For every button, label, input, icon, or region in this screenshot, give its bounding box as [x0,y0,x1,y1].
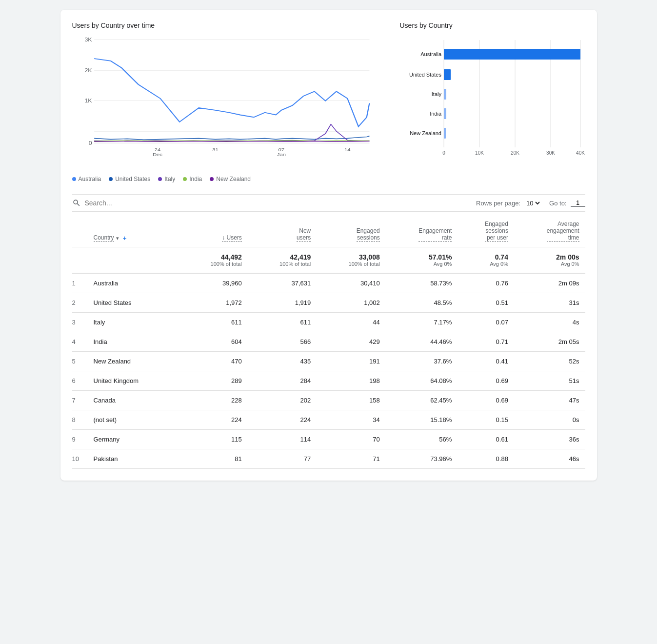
row-new-users: 566 [248,332,317,352]
svg-text:07: 07 [278,147,284,152]
totals-new-users: 42,419 100% of total [248,247,317,274]
table-row: 9 Germany 115 114 70 56% 0.61 36s [72,430,585,449]
legend-label-australia: Australia [79,176,101,182]
row-engaged-per-user: 0.88 [458,449,514,469]
totals-engaged-per-user: 0.74 Avg 0% [458,247,514,274]
search-icon [72,199,81,207]
totals-users-sub: 100% of total [184,261,241,267]
svg-rect-30 [444,49,580,60]
row-engagement-rate: 48.5% [386,293,458,313]
search-input[interactable] [85,199,469,207]
line-chart-section: Users by Country over time 3K 2K 1K 0 [72,21,380,182]
row-new-users: 435 [248,352,317,371]
row-new-users: 114 [248,430,317,449]
row-new-users: 1,919 [248,293,317,313]
row-engagement-rate: 73.96% [386,449,458,469]
svg-text:Jan: Jan [277,152,285,157]
row-engaged-per-user: 0.69 [458,371,514,391]
row-country: Canada [88,391,179,410]
row-users: 289 [179,371,247,391]
totals-engagement-rate-main: 57.01% [429,253,452,261]
svg-text:Dec: Dec [152,152,162,157]
row-engaged-sessions: 34 [317,410,385,430]
svg-text:Australia: Australia [420,51,442,57]
row-engaged-per-user: 0.15 [458,410,514,430]
svg-rect-31 [444,69,451,80]
svg-rect-34 [444,128,446,139]
country-col-label: Country [94,234,114,242]
row-avg-engagement: 46s [514,449,585,469]
goto-input[interactable] [571,199,585,207]
country-add-btn[interactable]: + [123,234,127,242]
table-row: 2 United States 1,972 1,919 1,002 48.5% … [72,293,585,313]
col-users: ↓ Users [179,216,247,247]
row-country: (not set) [88,410,179,430]
country-filter-btn[interactable]: ▾ [116,235,119,242]
totals-num [72,247,88,274]
row-num: 3 [72,313,88,332]
row-users: 228 [179,391,247,410]
row-new-users: 611 [248,313,317,332]
row-engaged-per-user: 0.76 [458,273,514,293]
svg-text:10K: 10K [475,150,484,156]
row-country: United States [88,293,179,313]
legend-label-italy: Italy [164,176,175,182]
line-chart-container: 3K 2K 1K 0 24 Dec [72,35,380,172]
totals-engaged-sessions: 33,008 100% of total [317,247,385,274]
rows-per-page-label: Rows per page: [476,200,520,207]
rows-per-page-select[interactable]: 10 25 50 [524,199,541,207]
row-num: 10 [72,449,88,469]
row-users: 604 [179,332,247,352]
row-avg-engagement: 51s [514,371,585,391]
svg-text:30K: 30K [546,150,555,156]
totals-engagement-rate: 57.01% Avg 0% [386,247,458,274]
row-num: 9 [72,430,88,449]
row-users: 39,960 [179,273,247,293]
row-country: United Kingdom [88,371,179,391]
row-num: 1 [72,273,88,293]
row-engaged-sessions: 30,410 [317,273,385,293]
row-num: 5 [72,352,88,371]
controls-row: Rows per page: 10 25 50 Go to: [72,194,585,212]
row-new-users: 284 [248,371,317,391]
charts-row: Users by Country over time 3K 2K 1K 0 [72,21,585,182]
legend-dot-india [183,177,187,181]
row-avg-engagement: 0s [514,410,585,430]
new-users-col-label: Newusers [297,227,311,242]
row-engaged-sessions: 158 [317,391,385,410]
legend-dot-australia [72,177,76,181]
row-engaged-per-user: 0.51 [458,293,514,313]
col-engagement-rate: Engagementrate [386,216,458,247]
row-country: Italy [88,313,179,332]
totals-engaged-sessions-main: 33,008 [359,253,380,261]
svg-rect-32 [444,89,446,100]
svg-text:India: India [430,111,442,117]
totals-users: 44,492 100% of total [179,247,247,274]
row-num: 7 [72,391,88,410]
legend-dot-italy [158,177,162,181]
svg-text:31: 31 [212,147,219,152]
line-chart-svg: 3K 2K 1K 0 24 Dec [72,35,380,157]
table-row: 10 Pakistan 81 77 71 73.96% 0.88 46s [72,449,585,469]
row-avg-engagement: 4s [514,313,585,332]
bar-chart-container: 0 10K 20K 30K 40K Australia United State… [400,35,585,172]
row-engaged-sessions: 198 [317,371,385,391]
row-engagement-rate: 44.46% [386,332,458,352]
row-country: Germany [88,430,179,449]
svg-text:1K: 1K [84,98,92,103]
row-country: India [88,332,179,352]
svg-rect-33 [444,108,446,119]
row-num: 8 [72,410,88,430]
row-users: 224 [179,410,247,430]
row-new-users: 202 [248,391,317,410]
row-engaged-sessions: 1,002 [317,293,385,313]
avg-engagement-col-label: Averageengagementtime [547,221,579,242]
engagement-rate-col-label: Engagementrate [418,227,452,242]
row-avg-engagement: 2m 09s [514,273,585,293]
bar-chart-title: Users by Country [400,21,585,29]
row-country: New Zealand [88,352,179,371]
table-row: 4 India 604 566 429 44.46% 0.71 2m 05s [72,332,585,352]
totals-country [88,247,179,274]
totals-engaged-per-user-sub: Avg 0% [463,261,508,267]
row-avg-engagement: 47s [514,391,585,410]
